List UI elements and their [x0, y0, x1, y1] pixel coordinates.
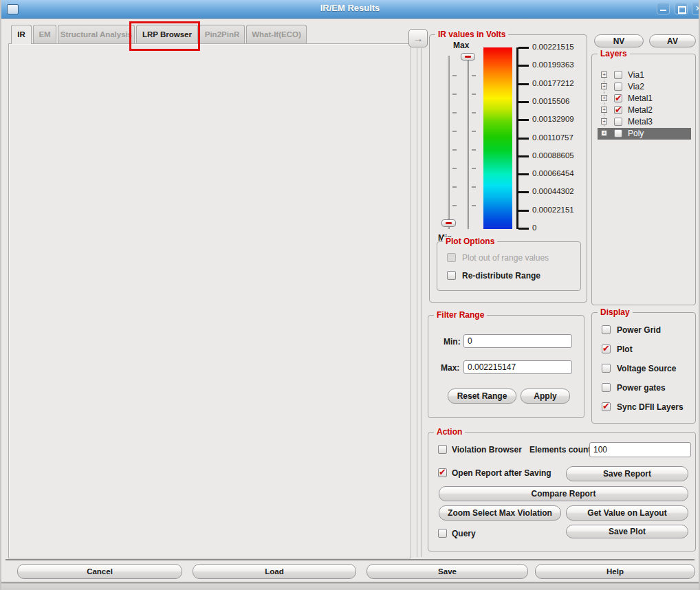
- expand-icon[interactable]: +: [601, 118, 607, 124]
- tab-what-if-eco[interactable]: What-If(ECO): [246, 25, 307, 43]
- scale-tick: [518, 155, 529, 157]
- scale-tick-label: 0.00022151: [532, 206, 589, 214]
- close-button[interactable]: ✕: [692, 3, 700, 14]
- save-button[interactable]: Save: [367, 564, 528, 579]
- layer-row-metal1[interactable]: +Metal1: [598, 93, 691, 105]
- display-option-plot: Plot: [598, 343, 692, 362]
- scale-tick-label: 0.00132909: [532, 115, 589, 123]
- scale-tick-label: 0.00177212: [532, 79, 589, 87]
- zoom-select-max-violation-button[interactable]: Zoom Select Max Violation: [439, 505, 561, 521]
- apply-button[interactable]: Apply: [521, 389, 570, 404]
- query-checkbox[interactable]: [438, 529, 447, 538]
- tab-ir[interactable]: IR: [11, 25, 32, 44]
- layer-row-poly[interactable]: +Poly: [598, 128, 691, 140]
- scale-tick-label: 0.00199363: [532, 61, 589, 69]
- display-checkbox[interactable]: [602, 345, 611, 353]
- min-slider-track[interactable]: [448, 56, 450, 229]
- display-group: Display Power GridPlotVoltage SourcePowe…: [591, 312, 696, 424]
- title-bar[interactable]: IR/EM Results ✕: [1, 0, 699, 19]
- scale-tick-label: 0.00066454: [532, 169, 589, 177]
- display-label: Power Grid: [617, 325, 661, 335]
- layer-checkbox[interactable]: [614, 118, 622, 126]
- max-slider-handle[interactable]: [461, 53, 475, 61]
- display-checkbox[interactable]: [602, 383, 611, 392]
- nv-button[interactable]: NV: [594, 34, 644, 47]
- expand-icon[interactable]: +: [601, 83, 607, 89]
- layer-label: Via2: [628, 82, 644, 91]
- violation-browser-checkbox[interactable]: [438, 445, 447, 454]
- scale-tick-label: 0.00088605: [532, 151, 589, 160]
- layer-label: Metal1: [628, 94, 653, 103]
- save-plot-button[interactable]: Save Plot: [566, 525, 688, 538]
- display-checkbox[interactable]: [602, 364, 611, 373]
- ir-tab-page: [8, 43, 411, 558]
- plot-options-title: Plot Options: [443, 237, 497, 246]
- layer-checkbox[interactable]: [614, 106, 622, 114]
- layer-row-via2[interactable]: +Via2: [598, 81, 691, 93]
- scale-tick: [518, 191, 529, 193]
- scale-tick-label: 0.00044302: [532, 187, 589, 195]
- load-button[interactable]: Load: [193, 564, 356, 579]
- redistribute-label: Re-distribute Range: [462, 271, 540, 281]
- action-group: Action Violation Browser Elements count …: [428, 432, 696, 551]
- maximize-icon: [678, 6, 686, 14]
- layer-row-via1[interactable]: +Via1: [598, 69, 691, 81]
- tab-pin2pinr[interactable]: Pin2PinR: [199, 25, 245, 43]
- scale-tick: [518, 228, 529, 230]
- filter-min-input[interactable]: [463, 334, 572, 348]
- out-of-range-checkbox[interactable]: [447, 253, 456, 262]
- min-slider-handle[interactable]: [441, 219, 456, 227]
- display-checkbox[interactable]: [602, 402, 611, 411]
- scale-tick-label: 0: [532, 223, 589, 232]
- display-option-power-grid: Power Grid: [598, 324, 692, 343]
- layer-checkbox[interactable]: [614, 83, 622, 91]
- violation-browser-label: Violation Browser: [452, 445, 522, 455]
- display-option-voltage-source: Voltage Source: [598, 362, 692, 382]
- compare-report-button[interactable]: Compare Report: [439, 486, 688, 501]
- cancel-button[interactable]: Cancel: [17, 564, 182, 579]
- display-option-sync-dfii-layers: Sync DFII Layers: [598, 401, 692, 420]
- display-label: Sync DFII Layers: [617, 402, 683, 412]
- layer-checkbox[interactable]: [614, 129, 622, 138]
- redistribute-checkbox[interactable]: [447, 271, 456, 280]
- layer-label: Via1: [628, 70, 644, 80]
- layer-row-metal3[interactable]: +Metal3: [598, 116, 691, 128]
- slider-ticks: [472, 75, 476, 207]
- filter-max-input[interactable]: [463, 360, 572, 374]
- color-scale-bar: [483, 47, 512, 229]
- scale-tick: [518, 173, 529, 175]
- help-button[interactable]: Help: [535, 564, 695, 579]
- expand-icon[interactable]: +: [601, 95, 607, 101]
- out-of-range-label: Plot out of range values: [462, 253, 549, 263]
- tab-em[interactable]: EM: [33, 25, 56, 43]
- maximize-button[interactable]: [675, 3, 688, 14]
- filter-max-label: Max:: [441, 363, 459, 373]
- save-report-button[interactable]: Save Report: [566, 466, 688, 481]
- display-checkbox[interactable]: [602, 325, 611, 334]
- ir-values-group: IR values in Volts Max 0.002215150.00199…: [429, 34, 587, 303]
- scale-tick: [518, 210, 529, 212]
- tab-strip: IREMStructural AnalysisLRP BrowserPin2Pi…: [11, 25, 307, 43]
- reset-range-button[interactable]: Reset Range: [448, 389, 516, 404]
- expand-icon[interactable]: +: [601, 72, 607, 78]
- tab-lrp-browser[interactable]: LRP Browser: [136, 25, 198, 43]
- arrow-right-icon[interactable]: →: [408, 29, 428, 47]
- open-report-checkbox[interactable]: [438, 468, 447, 477]
- expand-icon[interactable]: +: [601, 107, 607, 113]
- irem-results-window: IR/EM Results ✕ IREMStructural AnalysisL…: [0, 0, 700, 590]
- ir-values-group-title: IR values in Volts: [435, 30, 508, 39]
- window-title: IR/EM Results: [1, 3, 699, 13]
- layer-row-metal2[interactable]: +Metal2: [598, 105, 691, 116]
- tab-structural-analysis[interactable]: Structural Analysis: [58, 25, 135, 43]
- expand-icon[interactable]: +: [601, 130, 607, 136]
- minimize-button[interactable]: [657, 3, 670, 14]
- layer-checkbox[interactable]: [614, 94, 622, 102]
- open-report-label: Open Report after Saving: [452, 468, 551, 478]
- elements-count-input[interactable]: [589, 442, 691, 457]
- get-value-on-layout-button[interactable]: Get Value on Layout: [566, 505, 688, 521]
- layer-checkbox[interactable]: [614, 71, 622, 79]
- scale-tick-label: 0.00110757: [532, 133, 589, 142]
- panel-divider[interactable]: [417, 48, 422, 557]
- av-button[interactable]: AV: [649, 34, 696, 47]
- max-slider-track[interactable]: [467, 56, 469, 229]
